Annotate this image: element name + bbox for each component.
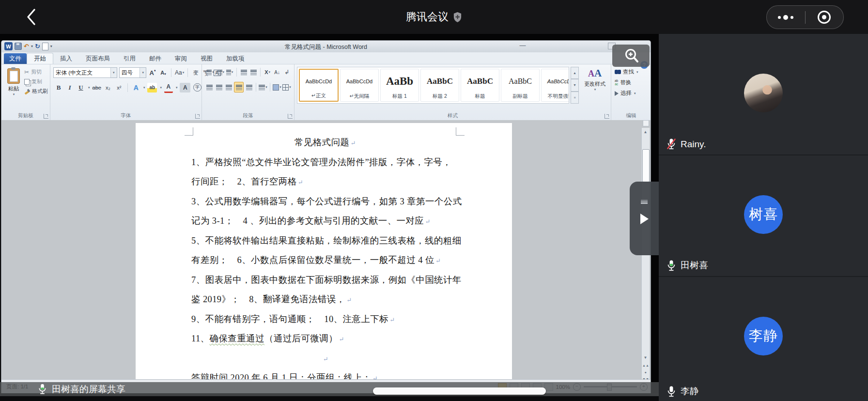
paragraph-dialog-launcher[interactable] xyxy=(288,114,293,119)
participant-tile[interactable]: 树喜 田树喜 xyxy=(659,154,868,276)
capsule-circle-button[interactable] xyxy=(806,6,844,29)
document-page[interactable]: 常见格式问题↵ 1、严格按照“总文件毕业论文管理办法附件”排版，字体，字号， 行… xyxy=(136,123,512,379)
font-name-combo[interactable]: 宋体 (中文正文 ▾ xyxy=(53,67,117,78)
paste-button[interactable]: 粘贴 ▾ xyxy=(3,67,24,104)
align-left-button[interactable] xyxy=(205,82,214,92)
phonetic-guide-button[interactable]: 变 xyxy=(191,68,200,77)
superscript-button[interactable]: x² xyxy=(115,83,124,93)
line-spacing-button[interactable]: ▾ xyxy=(259,82,267,92)
copy-button[interactable]: 复制 xyxy=(24,78,48,85)
grow-font-button[interactable]: A▴ xyxy=(148,68,157,77)
italic-button[interactable]: I xyxy=(65,83,74,93)
dot-icon xyxy=(783,15,788,20)
participant-name: Rainy. xyxy=(681,139,706,150)
shrink-font-button[interactable]: A▾ xyxy=(159,68,168,77)
change-case-button[interactable]: Aa▾ xyxy=(175,68,184,77)
format-painter-button[interactable]: 格式刷 xyxy=(24,88,48,95)
sort-button[interactable]: A↓ xyxy=(273,67,281,77)
window-title: 常见格式问题 - Microsoft Word xyxy=(1,43,651,51)
grip-icon xyxy=(641,200,648,204)
justify-button[interactable] xyxy=(234,82,244,93)
strikethrough-button[interactable]: abe xyxy=(93,83,101,93)
bullets-button[interactable]: •▾ xyxy=(205,67,214,77)
style-item-heading1[interactable]: AaBb 标题 1 xyxy=(380,69,419,102)
highlight-button[interactable]: ab xyxy=(147,83,157,93)
styles-dialog-launcher[interactable] xyxy=(604,114,609,119)
tab-insert[interactable]: 插入 xyxy=(53,53,79,64)
ribbon-tab-row: 文件 开始 插入 页面布局 引用 邮件 审阅 视图 加载项 xyxy=(1,52,651,64)
style-item-normal[interactable]: AaBbCcDd ↵正文 xyxy=(299,69,339,102)
find-button[interactable]: 查找 ▾ xyxy=(615,68,638,76)
tab-mailings[interactable]: 邮件 xyxy=(142,53,168,64)
more-options-button[interactable] xyxy=(767,6,805,29)
shading-button[interactable]: ▾ xyxy=(273,82,281,92)
style-item-subtitle[interactable]: AaBbC 副标题 xyxy=(501,69,540,102)
align-center-button[interactable] xyxy=(215,82,223,92)
copy-icon xyxy=(24,79,30,85)
increase-indent-button[interactable] xyxy=(249,67,258,77)
horizontal-scrollbar-thumb[interactable] xyxy=(373,387,546,395)
tab-file[interactable]: 文件 xyxy=(4,53,27,64)
select-button[interactable]: 选择 ▾ xyxy=(615,90,636,97)
subscript-button[interactable]: x₂ xyxy=(104,83,112,93)
doc-line: 7、图表居中，图表中数据在下面标明数据来源，例如《中国统计年 xyxy=(191,270,459,290)
participant-tile[interactable]: 李静 李静 xyxy=(659,276,868,401)
gallery-up-button[interactable]: ▲ xyxy=(571,67,579,79)
replace-icon: abac xyxy=(615,79,618,86)
replace-button[interactable]: abac 替换 xyxy=(615,79,631,86)
doc-empty-line: ↵ xyxy=(191,349,459,369)
doc-line: 有差别； 6、小数点后保留位数尽量统一，一般不超过 4 位↵ xyxy=(191,250,459,270)
gallery-down-button[interactable]: ▼ xyxy=(571,79,579,91)
font-dialog-launcher[interactable] xyxy=(195,114,200,119)
tab-references[interactable]: 引用 xyxy=(117,53,142,64)
participant-name: 田树喜 xyxy=(681,259,708,272)
show-marks-button[interactable]: ↲ xyxy=(282,67,291,77)
sidebar-collapse-handle[interactable] xyxy=(630,182,659,255)
top-bar: 腾讯会议 xyxy=(0,0,868,34)
style-item-title[interactable]: AaBbC 标题 xyxy=(461,69,499,102)
font-color-button[interactable]: A xyxy=(164,82,173,93)
borders-button[interactable]: ▾ xyxy=(282,82,291,92)
font-size-combo[interactable]: 四号 ▾ xyxy=(119,67,146,78)
style-item-heading2[interactable]: AaBbC 标题 2 xyxy=(420,69,459,102)
align-right-button[interactable] xyxy=(224,82,233,92)
asian-layout-button[interactable]: X▾ xyxy=(263,67,272,77)
enclose-characters-button[interactable]: 字 xyxy=(193,83,202,93)
change-styles-button[interactable]: AA 更改样式 ▾ xyxy=(581,67,608,103)
style-item-subtle-emphasis[interactable]: AaBbCcDd 不明显强调 xyxy=(541,69,569,102)
scroll-down-button[interactable]: ▼ xyxy=(642,355,649,360)
scrollbar-thumb[interactable] xyxy=(642,149,650,182)
bold-button[interactable]: B xyxy=(54,83,63,93)
tab-review[interactable]: 审阅 xyxy=(168,53,194,64)
text-effects-button[interactable]: A xyxy=(132,83,140,93)
clipboard-icon xyxy=(7,68,20,84)
scroll-up-button[interactable]: ▲ xyxy=(642,130,649,134)
style-item-no-spacing[interactable]: AaBbCcDd ↵无间隔 xyxy=(340,69,379,102)
underline-caret[interactable]: ▾ xyxy=(88,86,90,90)
ruler-toggle-button[interactable] xyxy=(643,120,649,126)
browse-previous-button[interactable]: ▲▲ xyxy=(642,362,649,369)
multilevel-list-button[interactable]: ▾ xyxy=(225,67,234,77)
participant-name-row: 李静 xyxy=(666,385,699,398)
group-label-clipboard: 剪贴板 xyxy=(1,112,50,119)
minimize-button[interactable]: — xyxy=(516,42,529,49)
gallery-scroll: ▲ ▼ ≡ xyxy=(571,67,579,104)
word-window: W ↶ ▾ ↻ ▾ 常见格式问题 - Microsoft Word — 文件 开… xyxy=(1,41,651,393)
tab-add-ins[interactable]: 加载项 xyxy=(219,53,251,64)
gallery-expand-button[interactable]: ≡ xyxy=(571,92,579,104)
clipboard-dialog-launcher[interactable] xyxy=(44,114,48,119)
distribute-button[interactable] xyxy=(245,82,253,92)
numbering-button[interactable]: 1▾ xyxy=(215,67,224,77)
tab-view[interactable]: 视图 xyxy=(194,53,219,64)
cut-button[interactable]: ✂ 剪切 xyxy=(24,68,48,76)
participant-tile[interactable]: Rainy. xyxy=(659,34,868,154)
tab-page-layout[interactable]: 页面布局 xyxy=(79,53,117,64)
tab-home[interactable]: 开始 xyxy=(27,53,53,64)
decrease-indent-button[interactable] xyxy=(239,67,248,77)
zoom-in-overlay-button[interactable] xyxy=(612,45,650,67)
browse-object-button[interactable]: ● xyxy=(642,369,649,376)
underline-button[interactable]: U xyxy=(77,83,85,93)
character-shading-button[interactable]: A xyxy=(180,83,190,93)
meeting-title-wrap: 腾讯会议 xyxy=(0,0,868,34)
group-label-editing: 编辑 xyxy=(611,112,651,119)
